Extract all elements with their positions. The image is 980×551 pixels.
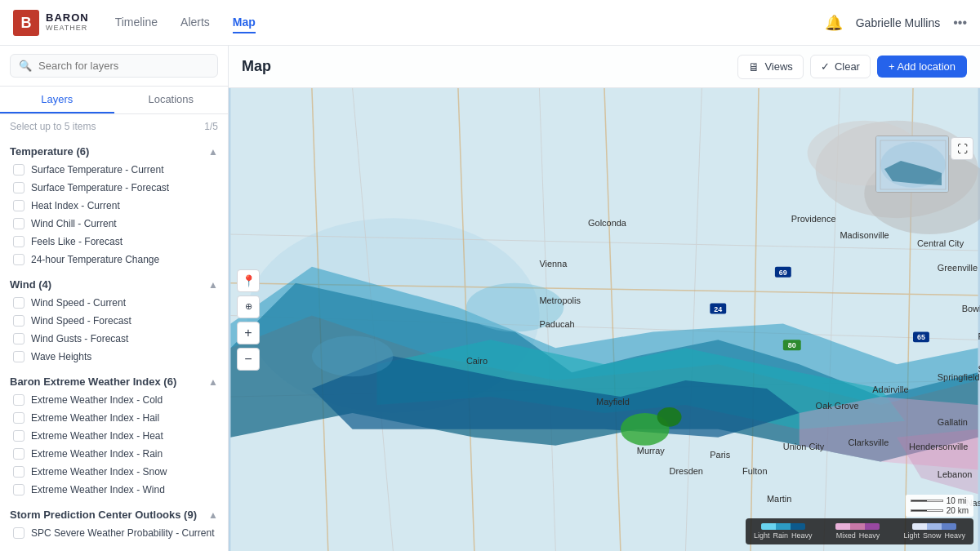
checkbox-ewi-rain[interactable] [13,448,24,460]
legend-snow-bar [912,523,956,530]
legend-light-snow: Light [903,531,920,540]
list-item[interactable]: Feels Like - Forecast [0,233,228,251]
legend-mixed-bar [835,523,880,530]
list-item[interactable]: Surface Temperature - Current [0,161,228,179]
layer-label: Wave Heights [31,351,91,362]
legend-mixed-labels: Mixed Heavy [836,531,880,540]
layer-label: SPC Severe Weather Probability - Current [31,527,215,539]
group-spc-header[interactable]: Storm Prediction Center Outlooks (9) ▲ [0,502,228,524]
checkbox-surface-temp-forecast[interactable] [13,182,24,193]
group-temperature: Temperature (6) ▲ Surface Temperature - … [0,139,228,272]
scale-inner: 10 mi 20 km [906,495,973,517]
layer-label: Extreme Weather Index - Rain [31,448,163,460]
list-item[interactable]: Wind Speed - Forecast [0,312,228,330]
logo-letter: B [21,16,32,30]
checkbox-feels-like-forecast[interactable] [13,236,24,247]
group-wind-header[interactable]: Wind (4) ▲ [0,272,228,294]
list-item[interactable]: Surface Temperature - Forecast [0,179,228,197]
checkbox-ewi-snow[interactable] [13,466,24,478]
svg-text:Golconda: Golconda [588,218,627,228]
legend-light-rain: Light [754,531,770,540]
checkbox-spc-severe-weather[interactable] [13,527,24,539]
location-target-icon[interactable]: ⊕ [237,295,260,318]
tab-locations[interactable]: Locations [114,87,229,113]
svg-text:Mayfield: Mayfield [596,397,630,407]
nav-alerts[interactable]: Alerts [180,12,210,33]
legend-rain-group: Light Rain Heavy [754,523,813,540]
checkbox-24hr-temp-change[interactable] [13,254,24,265]
chevron-wind-icon: ▲ [208,279,218,291]
layer-label: Wind Speed - Current [31,297,126,309]
group-wind-title: Wind (4) [10,278,51,291]
checkbox-ewi-wind[interactable] [13,484,24,495]
svg-text:Paris: Paris [710,450,730,460]
clear-label: Clear [835,60,860,73]
list-item[interactable]: Wave Heights [0,348,228,366]
svg-text:Martin: Martin [767,494,791,504]
svg-text:Clarksville: Clarksville [848,438,889,447]
toolbar-actions: 🖥 Views ✓ Clear + Add location [737,55,967,79]
list-item[interactable]: Extreme Weather Index - Heat [0,427,228,445]
nav-timeline[interactable]: Timeline [115,12,158,33]
list-item[interactable]: 24-hour Temperature Change [0,251,228,269]
svg-text:Bowling Green: Bowling Green [962,304,980,313]
layer-label: Extreme Weather Index - Hail [31,412,159,424]
list-item[interactable]: Extreme Weather Index - Rain [0,445,228,463]
checkbox-wave-heights[interactable] [13,351,24,362]
list-item[interactable]: Wind Gusts - Forecast [0,330,228,348]
search-bar: 🔍 [0,46,228,87]
checkbox-ewi-cold[interactable] [13,394,24,406]
checkbox-wind-gusts-forecast[interactable] [13,333,24,344]
list-item[interactable]: Extreme Weather Index - Snow [0,463,228,481]
layer-label: Extreme Weather Index - Snow [31,466,167,478]
nav-right: 🔔 Gabrielle Mullins ••• [825,14,967,32]
checkbox-ewi-heat[interactable] [13,430,24,442]
checkbox-surface-temp-current[interactable] [13,164,24,176]
checkbox-ewi-hail[interactable] [13,412,24,424]
more-menu-icon[interactable]: ••• [953,16,967,30]
tab-layers[interactable]: Layers [0,87,114,113]
nav-links: Timeline Alerts Map [115,12,825,33]
bell-icon[interactable]: 🔔 [825,14,843,32]
list-item[interactable]: Wind Chill - Current [0,215,228,233]
checkbox-heat-index-current[interactable] [13,200,24,211]
add-location-button[interactable]: + Add location [877,56,967,78]
map-controls: 📍 ⊕ + − [237,269,260,371]
logo-text: BARON WEATHER [46,12,89,32]
group-extreme-weather-header[interactable]: Baron Extreme Weather Index (6) ▲ [0,369,228,391]
sidebar-tabs: Layers Locations [0,87,228,114]
checkbox-wind-speed-current[interactable] [13,297,24,309]
fullscreen-button[interactable]: ⛶ [951,137,973,160]
chevron-spc-icon: ▲ [208,509,218,521]
zoom-out-button[interactable]: − [237,348,260,371]
clear-button[interactable]: ✓ Clear [810,55,871,78]
location-pin-icon[interactable]: 📍 [237,269,260,292]
list-item[interactable]: Extreme Weather Index - Cold [0,391,228,409]
nav-map[interactable]: Map [233,12,256,33]
search-input[interactable] [38,60,209,72]
zoom-in-button[interactable]: + [237,322,260,344]
list-item[interactable]: Wind Speed - Current [0,294,228,312]
select-hint: Select up to 5 items 1/5 [0,114,228,139]
svg-text:Gallatin: Gallatin [938,417,968,427]
group-temperature-header[interactable]: Temperature (6) ▲ [0,139,228,161]
list-item[interactable]: Extreme Weather Index - Hail [0,409,228,427]
map-canvas[interactable]: Golconda Providence Madisonville Central… [229,88,980,551]
checkbox-wind-chill-current[interactable] [13,218,24,229]
list-item[interactable]: SPC Severe Weather Probability - Current [0,524,228,542]
top-navigation: B BARON WEATHER Timeline Alerts Map 🔔 Ga… [0,0,980,46]
views-label: Views [764,60,792,73]
scale-km: 20 km [947,506,969,515]
list-item[interactable]: Heat Index - Current [0,197,228,215]
checkbox-wind-speed-forecast[interactable] [13,315,24,327]
svg-text:Murray: Murray [637,446,666,455]
list-item[interactable]: Extreme Weather Index - Wind [0,481,228,499]
layer-label: Wind Gusts - Forecast [31,333,128,344]
svg-text:Cairo: Cairo [466,356,488,366]
search-input-wrap[interactable]: 🔍 [10,54,218,78]
main-content: 🔍 Layers Locations Select up to 5 items … [0,46,980,551]
svg-text:Metropolis: Metropolis [539,295,581,305]
select-hint-text: Select up to 5 items [10,121,96,132]
views-button[interactable]: 🖥 Views [737,55,803,79]
layer-label: Wind Chill - Current [31,218,117,229]
